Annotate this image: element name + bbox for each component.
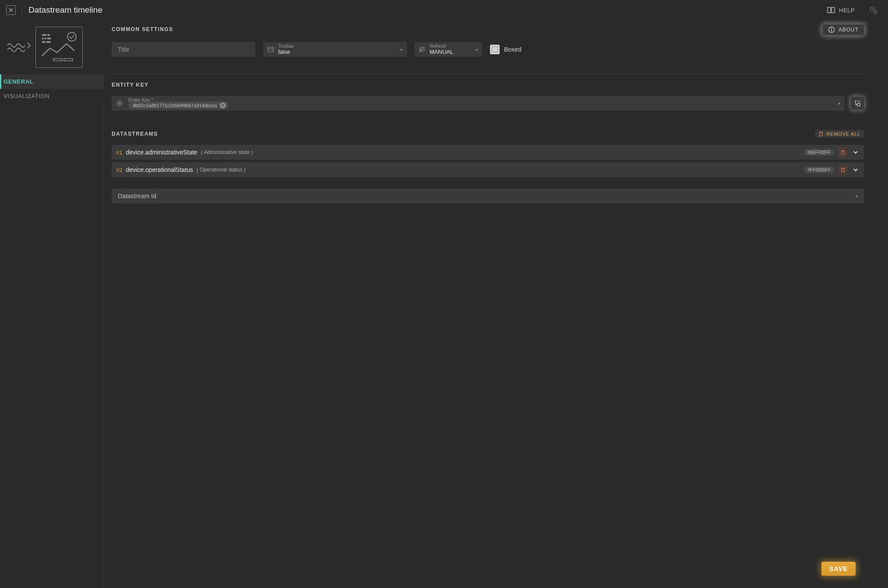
section-datastreams: DATASTREAMS bbox=[112, 131, 158, 137]
trash-icon bbox=[840, 150, 846, 155]
settings-button[interactable] bbox=[869, 5, 878, 15]
boxed-checkbox[interactable] bbox=[490, 45, 500, 54]
svg-point-1 bbox=[872, 8, 874, 10]
datastream-id-select[interactable]: Datastream Id ▾ bbox=[112, 189, 864, 203]
svg-point-21 bbox=[119, 102, 120, 104]
svg-rect-17 bbox=[268, 47, 273, 52]
svg-point-20 bbox=[117, 101, 122, 106]
svg-point-3 bbox=[875, 12, 877, 13]
help-button[interactable]: HELP bbox=[824, 5, 857, 15]
svg-point-15 bbox=[831, 28, 832, 29]
refresh-icon-wrap bbox=[415, 46, 430, 53]
widget-preview bbox=[0, 20, 104, 74]
widget-card-icon bbox=[35, 27, 83, 68]
datastream-list: #1 device.administrativeState ( Administ… bbox=[112, 145, 864, 177]
target-icon bbox=[116, 100, 123, 107]
sidebar-tabs: GENERAL VISUALIZATION bbox=[0, 74, 104, 103]
entity-key-chip: 4b02c1a881771c2d58496b7a314dcca1 ✕ bbox=[128, 102, 229, 109]
toolbar-value: false bbox=[278, 49, 395, 56]
refresh-value: MANUAL bbox=[430, 49, 471, 56]
page-title: Datastream timeline bbox=[28, 5, 102, 15]
toolbar-label: Toolbar bbox=[278, 43, 395, 49]
title-input[interactable] bbox=[112, 46, 255, 53]
refresh-icon bbox=[419, 46, 426, 53]
entity-picker-button[interactable] bbox=[851, 97, 864, 110]
tab-general[interactable]: GENERAL bbox=[0, 74, 104, 89]
chevron-down-icon: ▾ bbox=[838, 101, 840, 106]
toolbar-select[interactable]: Toolbar false ▾ bbox=[263, 42, 407, 57]
datastream-row: #2 device.operationalStatus ( Operationa… bbox=[112, 162, 864, 177]
checkbox-box-icon bbox=[492, 46, 498, 52]
svg-rect-8 bbox=[45, 38, 46, 39]
datastreams-header: DATASTREAMS REMOVE ALL bbox=[112, 130, 864, 138]
svg-rect-25 bbox=[857, 103, 860, 106]
datastream-name: device.operationalStatus bbox=[126, 166, 193, 173]
title-field[interactable] bbox=[112, 42, 255, 57]
sidebar-fill bbox=[0, 103, 104, 588]
divider bbox=[112, 74, 864, 74]
boxed-label: Boxed bbox=[504, 46, 522, 53]
save-button[interactable]: SAVE bbox=[821, 562, 856, 576]
svg-point-22 bbox=[855, 101, 856, 102]
gear-icon bbox=[869, 5, 878, 15]
section-entity-key: ENTITY KEY bbox=[112, 82, 864, 88]
header-right: HELP bbox=[824, 5, 882, 15]
svg-rect-11 bbox=[46, 41, 51, 43]
layout-icon bbox=[267, 46, 274, 53]
about-button[interactable]: ABOUT bbox=[823, 24, 864, 35]
tab-visualization[interactable]: VISUALIZATION bbox=[0, 89, 104, 103]
remove-all-button[interactable]: REMOVE ALL bbox=[815, 130, 864, 138]
close-icon bbox=[9, 8, 13, 12]
svg-rect-12 bbox=[53, 59, 62, 61]
info-icon bbox=[828, 26, 835, 33]
svg-rect-7 bbox=[42, 38, 44, 39]
chevron-down-icon: ▾ bbox=[856, 194, 858, 199]
trash-icon bbox=[818, 131, 824, 136]
section-common-settings: COMMON SETTINGS bbox=[112, 26, 864, 32]
header-bar: Datastream timeline HELP bbox=[0, 0, 888, 20]
datastream-color-chip[interactable]: #FF0000FF bbox=[804, 167, 834, 173]
datastream-delete[interactable] bbox=[838, 164, 848, 175]
refresh-label: Refresh bbox=[430, 43, 471, 49]
chip-remove[interactable]: ✕ bbox=[220, 102, 226, 108]
datastream-index: #1 bbox=[116, 149, 122, 156]
close-button[interactable] bbox=[6, 5, 16, 15]
common-settings-row: Toolbar false ▾ Refresh MANUAL ▾ bbox=[112, 42, 864, 57]
datastream-desc: ( Administrative state ) bbox=[201, 149, 253, 155]
datastream-row: #1 device.administrativeState ( Administ… bbox=[112, 145, 864, 160]
about-label: ABOUT bbox=[839, 27, 859, 33]
remove-all-label: REMOVE ALL bbox=[826, 131, 860, 136]
svg-rect-6 bbox=[47, 34, 50, 36]
refresh-select[interactable]: Refresh MANUAL ▾ bbox=[415, 42, 482, 57]
datastream-id-placeholder: Datastream Id bbox=[118, 192, 156, 200]
wave-arrow-icon bbox=[7, 42, 31, 52]
entity-key-value: 4b02c1a881771c2d58496b7a314dcca1 bbox=[133, 103, 217, 108]
svg-point-23 bbox=[857, 101, 858, 102]
tree-icon bbox=[854, 100, 861, 107]
datastream-desc: ( Operational status ) bbox=[197, 167, 246, 173]
svg-point-24 bbox=[860, 101, 860, 102]
svg-rect-5 bbox=[42, 34, 46, 36]
datastream-index: #2 bbox=[116, 167, 122, 173]
svg-rect-9 bbox=[47, 38, 51, 39]
svg-point-4 bbox=[67, 32, 76, 41]
svg-rect-16 bbox=[831, 29, 832, 32]
chevron-down-icon bbox=[853, 167, 859, 173]
datastream-name: device.administrativeState bbox=[126, 149, 197, 156]
datastream-expand[interactable] bbox=[852, 149, 860, 155]
tab-visualization-label: VISUALIZATION bbox=[4, 93, 50, 99]
entity-key-field[interactable]: Entity Key* 4b02c1a881771c2d58496b7a314d… bbox=[112, 96, 845, 111]
left-column: GENERAL VISUALIZATION bbox=[0, 20, 104, 588]
datastream-expand[interactable] bbox=[852, 167, 860, 173]
chevron-down-icon bbox=[853, 149, 859, 155]
datastream-color-chip[interactable]: #8EFF00FF bbox=[804, 149, 834, 156]
entity-key-label: Entity Key* bbox=[128, 97, 153, 102]
save-label: SAVE bbox=[829, 565, 848, 572]
header-divider bbox=[22, 5, 22, 15]
svg-rect-13 bbox=[64, 59, 73, 61]
content: ABOUT COMMON SETTINGS Toolbar false ▾ bbox=[104, 20, 888, 588]
toolbar-icon bbox=[263, 46, 278, 53]
book-icon bbox=[827, 7, 835, 14]
tab-general-label: GENERAL bbox=[4, 78, 33, 85]
datastream-delete[interactable] bbox=[838, 147, 848, 158]
